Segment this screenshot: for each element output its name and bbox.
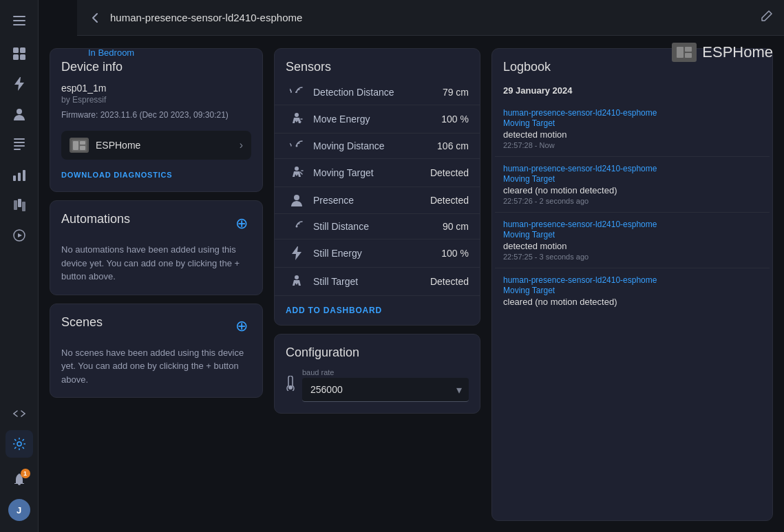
notifications-badge: 1 bbox=[21, 469, 30, 478]
sensor-moving-target-label: Moving Target bbox=[308, 167, 430, 178]
sensor-row: Moving Target Detected bbox=[275, 159, 480, 187]
logbook-entity[interactable]: human-presence-sensor-ld2410-esphome bbox=[503, 220, 761, 229]
device-info-card: Device info esp01_1m by Espressif Firmwa… bbox=[50, 48, 263, 192]
sidebar-item-menu[interactable] bbox=[6, 7, 33, 34]
sidebar-item-energy[interactable] bbox=[6, 70, 33, 98]
move-energy-icon bbox=[286, 112, 308, 126]
sidebar-item-persons[interactable] bbox=[6, 100, 33, 128]
logbook-entry: human-presence-sensor-ld2410-esphome Mov… bbox=[495, 213, 770, 268]
logbook-message: detected motion bbox=[503, 241, 761, 251]
sidebar-item-logbook[interactable] bbox=[6, 131, 33, 158]
automations-title: Automations bbox=[61, 212, 130, 226]
sensor-moving-distance-value: 106 cm bbox=[437, 140, 469, 151]
baud-rate-select-wrapper[interactable]: 256000 115200 9600 ▾ bbox=[302, 378, 469, 402]
svg-rect-14 bbox=[23, 170, 25, 181]
integration-info: ESPHome bbox=[70, 138, 140, 153]
user-avatar[interactable]: J bbox=[8, 499, 30, 521]
add-to-dashboard-button[interactable]: ADD TO DASHBOARD bbox=[275, 295, 480, 325]
svg-point-31 bbox=[295, 167, 299, 171]
logbook-time: 22:57:28 - Now bbox=[503, 141, 761, 149]
configuration-card: Configuration baud rate 256000 bbox=[274, 334, 480, 414]
device-integration[interactable]: ESPHome › bbox=[61, 131, 251, 160]
sensor-row: Detection Distance 79 cm bbox=[275, 80, 480, 105]
breadcrumb[interactable]: In Bedroom bbox=[88, 47, 134, 58]
svg-rect-16 bbox=[18, 199, 21, 207]
middle-column: Sensors Detection Distance 79 cm bbox=[274, 48, 480, 521]
svg-rect-28 bbox=[80, 146, 85, 150]
esphome-logo-text: ESPHome bbox=[702, 43, 773, 61]
sensor-still-energy-value: 100 % bbox=[441, 248, 469, 259]
sensor-presence-value: Detected bbox=[430, 195, 469, 206]
page-header: In Bedroom ESPHome bbox=[77, 36, 784, 62]
still-target-icon bbox=[286, 275, 308, 288]
topbar: human-presence-sensor-ld2410-esphome bbox=[77, 0, 784, 36]
sensor-row: Still Energy 100 % bbox=[275, 240, 480, 268]
still-energy-icon bbox=[286, 246, 308, 260]
sidebar-item-maps[interactable] bbox=[6, 191, 33, 219]
moving-target-icon bbox=[286, 166, 308, 180]
device-name: esp01_1m bbox=[61, 83, 251, 94]
add-automation-button[interactable]: ⊕ bbox=[232, 214, 251, 233]
sensor-presence-label: Presence bbox=[308, 195, 430, 206]
svg-rect-12 bbox=[13, 175, 16, 181]
sidebar-item-history[interactable] bbox=[6, 161, 33, 189]
columns-wrapper: Device info esp01_1m by Espressif Firmwa… bbox=[39, 48, 784, 532]
svg-rect-15 bbox=[14, 200, 17, 210]
chevron-right-icon: › bbox=[240, 139, 243, 151]
logbook-state: Moving Target bbox=[503, 118, 761, 128]
automations-card: Automations ⊕ No automations have been a… bbox=[50, 200, 263, 295]
notifications-button[interactable]: 1 bbox=[6, 466, 33, 493]
baud-rate-select[interactable]: 256000 115200 9600 bbox=[310, 384, 460, 395]
edit-button[interactable] bbox=[761, 10, 773, 25]
sensor-moving-distance-label: Moving Distance bbox=[308, 140, 437, 151]
automations-header: Automations ⊕ bbox=[61, 212, 251, 235]
download-diagnostics-button[interactable]: DOWNLOAD DIAGNOSTICS bbox=[61, 171, 172, 179]
svg-rect-11 bbox=[14, 149, 21, 150]
sensor-row: Moving Distance 106 cm bbox=[275, 134, 480, 159]
sidebar-item-dashboard[interactable] bbox=[6, 40, 33, 67]
scenes-description: No scenes have been added using this dev… bbox=[61, 346, 251, 387]
sidebar-item-media[interactable] bbox=[6, 222, 33, 249]
logbook-card: Logbook 29 January 2024 human-presence-s… bbox=[491, 48, 773, 521]
logbook-entity[interactable]: human-presence-sensor-ld2410-esphome bbox=[503, 108, 761, 118]
svg-point-30 bbox=[296, 145, 298, 147]
logbook-state: Moving Target bbox=[503, 174, 761, 184]
device-info-title: Device info bbox=[61, 60, 251, 74]
sidebar-item-settings[interactable] bbox=[6, 430, 33, 458]
logbook-entity[interactable]: human-presence-sensor-ld2410-esphome bbox=[503, 164, 761, 173]
svg-rect-22 bbox=[677, 47, 684, 58]
svg-rect-8 bbox=[14, 138, 25, 140]
sensor-detection-distance-value: 79 cm bbox=[443, 87, 469, 98]
sidebar: 1 J bbox=[0, 0, 39, 532]
sidebar-item-developer[interactable] bbox=[6, 400, 33, 427]
svg-rect-9 bbox=[14, 142, 25, 143]
svg-rect-0 bbox=[13, 16, 25, 17]
configuration-title: Configuration bbox=[286, 345, 469, 360]
esphome-logo: ESPHome bbox=[672, 43, 773, 62]
svg-rect-6 bbox=[20, 54, 25, 60]
back-button[interactable] bbox=[88, 11, 102, 25]
sensor-move-energy-label: Move Energy bbox=[308, 114, 441, 125]
logbook-date: 29 January 2024 bbox=[492, 80, 772, 101]
logbook-entry: human-presence-sensor-ld2410-esphome Mov… bbox=[495, 268, 770, 315]
svg-rect-1 bbox=[13, 20, 25, 21]
svg-rect-10 bbox=[14, 145, 25, 147]
logbook-message: cleared (no motion detected) bbox=[503, 185, 761, 195]
logbook-message: cleared (no motion detected) bbox=[503, 297, 761, 307]
sensor-row: Still Target Detected bbox=[275, 268, 480, 295]
svg-rect-17 bbox=[22, 202, 25, 211]
logbook-entries: human-presence-sensor-ld2410-esphome Mov… bbox=[492, 101, 772, 520]
logbook-entry: human-presence-sensor-ld2410-esphome Mov… bbox=[495, 101, 770, 157]
logbook-entity[interactable]: human-presence-sensor-ld2410-esphome bbox=[503, 275, 761, 285]
detection-distance-icon bbox=[286, 87, 308, 98]
left-column: Device info esp01_1m by Espressif Firmwa… bbox=[50, 48, 263, 521]
scenes-card: Scenes ⊕ No scenes have been added using… bbox=[50, 304, 263, 398]
sensors-card: Sensors Detection Distance 79 cm bbox=[274, 48, 480, 326]
add-scene-button[interactable]: ⊕ bbox=[232, 317, 251, 336]
svg-point-32 bbox=[294, 195, 299, 200]
scenes-header: Scenes ⊕ bbox=[61, 315, 251, 338]
svg-marker-19 bbox=[18, 233, 22, 237]
svg-rect-2 bbox=[13, 24, 25, 25]
svg-point-33 bbox=[296, 226, 298, 228]
svg-point-29 bbox=[295, 113, 299, 117]
